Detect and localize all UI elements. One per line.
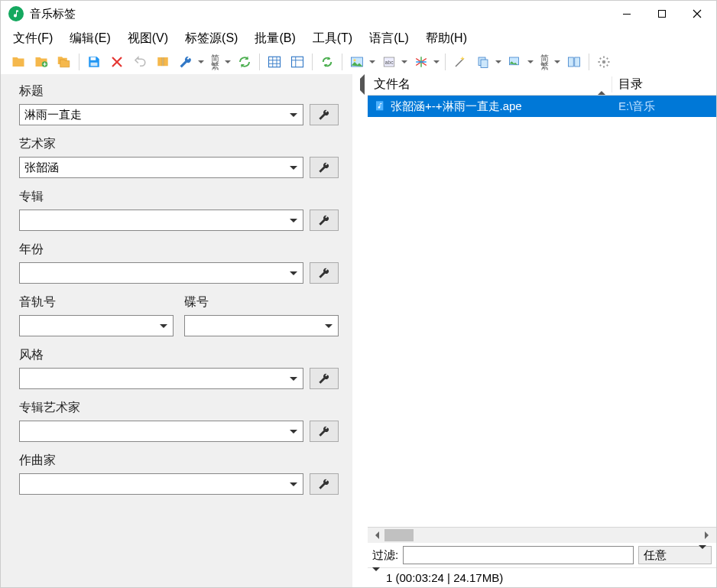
settings-dropdown-icon[interactable]	[197, 52, 205, 72]
chevron-down-icon	[289, 163, 298, 172]
svg-rect-4	[91, 63, 98, 67]
undo-icon[interactable]	[130, 52, 150, 72]
albumartist-label: 专辑艺术家	[19, 400, 339, 416]
svg-rect-0	[623, 14, 631, 15]
close-button[interactable]	[680, 2, 715, 25]
gear-icon[interactable]	[594, 52, 614, 72]
tag-editor-panel: 标题 淋雨一直走 艺术家 张韶涵	[1, 74, 352, 587]
title-bar: 音乐标签	[1, 1, 716, 27]
genre-tools-button[interactable]	[310, 368, 339, 389]
open-folder-icon[interactable]	[8, 52, 28, 72]
window-title: 音乐标签	[30, 7, 76, 21]
title-tools-button[interactable]	[310, 104, 339, 125]
year-input[interactable]	[19, 262, 303, 284]
status-bar: 1 (00:03:24 | 24.17MB)	[368, 567, 716, 587]
album-input[interactable]	[19, 210, 303, 231]
composer-tools-button[interactable]	[310, 473, 339, 495]
title-input[interactable]: 淋雨一直走	[19, 104, 303, 125]
menu-bar: 文件(F) 编辑(E) 视图(V) 标签源(S) 批量(B) 工具(T) 语言(…	[1, 27, 716, 50]
scroll-left-icon[interactable]	[368, 528, 383, 543]
svg-text:abc: abc	[385, 60, 394, 65]
genre-label: 风格	[19, 347, 339, 363]
save-icon[interactable]	[84, 52, 104, 72]
filter-input[interactable]	[403, 546, 634, 564]
folders-icon[interactable]	[54, 52, 74, 72]
filter-label: 过滤:	[372, 548, 398, 563]
copy-tags-icon[interactable]	[473, 52, 493, 72]
artist-label: 艺术家	[19, 136, 339, 152]
year-tools-button[interactable]	[310, 262, 339, 284]
panel-splitter[interactable]	[352, 74, 368, 587]
filter-mode-select[interactable]: 任意	[638, 546, 712, 564]
copy-dropdown-icon[interactable]	[495, 52, 502, 72]
layout-icon[interactable]	[564, 52, 584, 72]
lang-dropdown-icon[interactable]	[224, 52, 232, 72]
cell-directory: E:\音乐	[612, 99, 716, 114]
scroll-thumb[interactable]	[384, 529, 414, 541]
svg-rect-6	[292, 57, 303, 67]
menu-file[interactable]: 文件(F)	[10, 29, 56, 48]
artist-tools-button[interactable]	[310, 157, 339, 178]
table-empty-area	[368, 117, 716, 527]
track-input[interactable]	[19, 315, 174, 336]
text-dropdown-icon[interactable]	[401, 52, 408, 72]
settings-wrench-icon[interactable]	[176, 52, 196, 72]
chevron-down-icon	[289, 427, 298, 436]
menu-edit[interactable]: 编辑(E)	[67, 29, 113, 48]
refresh-icon[interactable]	[235, 52, 255, 72]
lang-toggle-icon[interactable]: 简 繁	[208, 54, 222, 70]
artist-input[interactable]: 张韶涵	[19, 157, 303, 178]
disc-input[interactable]	[184, 315, 339, 336]
magic-wand-icon[interactable]	[450, 52, 470, 72]
add-folder-icon[interactable]	[31, 52, 51, 72]
lang-toggle-2-icon[interactable]: 简 繁	[537, 54, 552, 70]
album-tools-button[interactable]	[310, 210, 339, 231]
table-header: 文件名 目录	[368, 74, 716, 96]
table-icon[interactable]	[264, 52, 284, 72]
maximize-button[interactable]	[644, 2, 680, 25]
status-text: 1 (00:03:24 | 24.17MB)	[386, 571, 503, 584]
collapse-status-icon[interactable]	[372, 571, 380, 584]
column-directory[interactable]: 目录	[612, 76, 716, 93]
menu-batch[interactable]: 批量(B)	[251, 29, 298, 48]
palette-dropdown-icon[interactable]	[433, 52, 440, 72]
svg-rect-15	[575, 57, 580, 67]
composer-input[interactable]	[19, 473, 303, 495]
year-label: 年份	[19, 242, 339, 258]
table-alt-icon[interactable]	[287, 52, 307, 72]
svg-rect-5	[269, 57, 281, 67]
menu-view[interactable]: 视图(V)	[125, 29, 171, 48]
image-copy-dropdown-icon[interactable]	[527, 52, 534, 72]
table-row[interactable]: 张韶涵+-+淋雨一直走.ape E:\音乐	[368, 96, 716, 117]
artist-value: 张韶涵	[24, 161, 59, 175]
column-filename[interactable]: 文件名	[368, 76, 612, 93]
sync-icon[interactable]	[317, 52, 337, 72]
albumartist-tools-button[interactable]	[310, 421, 339, 442]
image-icon[interactable]	[347, 52, 367, 72]
albumartist-input[interactable]	[19, 421, 303, 442]
lang2-dropdown-icon[interactable]	[553, 52, 561, 72]
menu-help[interactable]: 帮助(H)	[423, 29, 470, 48]
album-label: 专辑	[19, 189, 339, 205]
menu-tagsource[interactable]: 标签源(S)	[182, 29, 241, 48]
genre-input[interactable]	[19, 368, 303, 389]
title-label: 标题	[19, 83, 339, 99]
palette-icon[interactable]	[411, 52, 431, 72]
composer-label: 作曲家	[19, 453, 339, 469]
disc-label: 碟号	[184, 294, 339, 310]
image-copy-icon[interactable]	[505, 52, 525, 72]
chevron-down-icon	[159, 321, 168, 330]
menu-language[interactable]: 语言(L)	[366, 29, 412, 48]
menu-tools[interactable]: 工具(T)	[310, 29, 355, 48]
text-icon[interactable]: abc	[379, 52, 399, 72]
book-icon[interactable]	[153, 52, 173, 72]
horizontal-scrollbar[interactable]	[368, 528, 716, 543]
scroll-right-icon[interactable]	[701, 528, 716, 543]
minimize-button[interactable]	[609, 2, 644, 25]
collapse-left-icon	[355, 79, 365, 90]
delete-icon[interactable]	[107, 52, 127, 72]
image-dropdown-icon[interactable]	[368, 52, 376, 72]
content-area: 标题 淋雨一直走 艺术家 张韶涵	[1, 74, 716, 587]
chevron-down-icon	[289, 216, 298, 225]
chevron-down-icon	[324, 321, 333, 330]
